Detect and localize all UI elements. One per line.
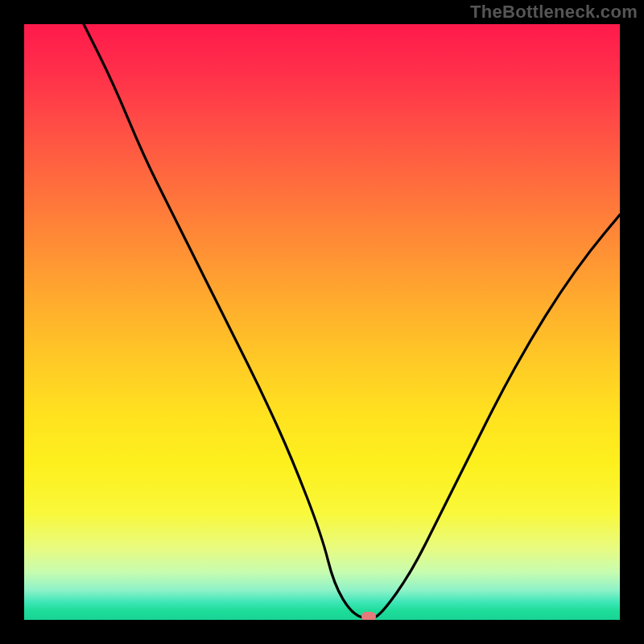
watermark-text: TheBottleneck.com [470,2,638,23]
plot-area [24,24,620,620]
optimal-point-marker [361,612,376,620]
bottleneck-curve-path [84,24,620,618]
chart-frame: TheBottleneck.com [0,0,644,644]
bottleneck-curve [24,24,620,620]
